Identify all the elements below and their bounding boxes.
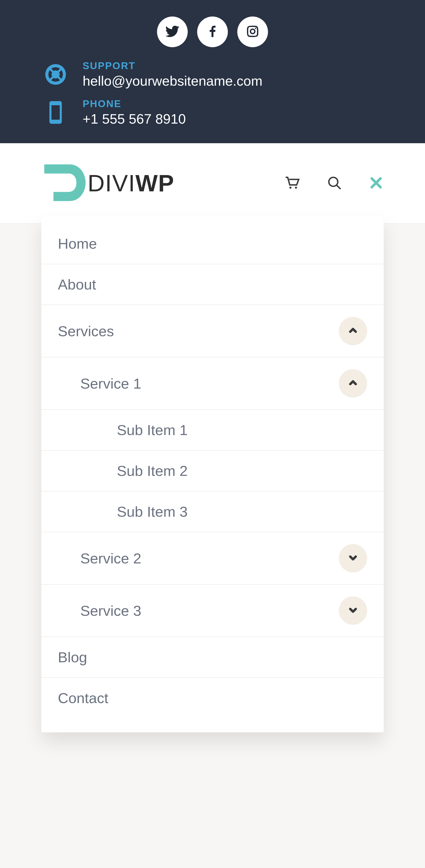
top-bar: SUPPORT hello@yourwebsitename.com PHONE …: [0, 0, 425, 143]
support-block: SUPPORT hello@yourwebsitename.com: [41, 60, 384, 89]
header: DIVIWP: [0, 143, 425, 223]
nav-service-1[interactable]: Service 1: [80, 375, 141, 392]
nav-about[interactable]: About: [58, 276, 96, 293]
service-2-toggle[interactable]: [339, 544, 367, 572]
support-value: hello@yourwebsitename.com: [83, 73, 262, 89]
chevron-down-icon: [348, 553, 358, 563]
chevron-down-icon: [348, 606, 358, 616]
support-label: SUPPORT: [83, 60, 262, 71]
nav-contact[interactable]: Contact: [58, 690, 108, 706]
service-1-toggle[interactable]: [339, 369, 367, 398]
service-3-toggle[interactable]: [339, 596, 367, 625]
svg-point-2: [329, 177, 338, 186]
instagram-button[interactable]: [237, 17, 268, 47]
mobile-menu-panel: Home About Services Service 1: [41, 216, 384, 732]
facebook-icon: [205, 24, 220, 40]
phone-label: PHONE: [83, 98, 186, 110]
nav-home[interactable]: Home: [58, 235, 97, 252]
nav-service-3[interactable]: Service 3: [80, 602, 141, 619]
social-row: [41, 17, 384, 47]
nav-service-2[interactable]: Service 2: [80, 550, 141, 567]
facebook-button[interactable]: [197, 17, 228, 47]
phone-block: PHONE +1 555 567 8910: [41, 98, 384, 127]
menu-close-button[interactable]: [369, 175, 384, 191]
svg-point-1: [295, 187, 297, 189]
logo-mark-icon: [41, 162, 88, 204]
nav-sub-item-2[interactable]: Sub Item 2: [117, 462, 188, 479]
search-icon: [326, 188, 343, 192]
lifebuoy-icon: [41, 62, 69, 87]
instagram-icon: [245, 24, 260, 40]
twitter-button[interactable]: [157, 17, 188, 47]
nav-services[interactable]: Services: [58, 323, 114, 340]
svg-point-0: [289, 187, 291, 189]
nav-blog[interactable]: Blog: [58, 649, 87, 665]
chevron-up-icon: [348, 326, 358, 336]
nav-sub-item-1[interactable]: Sub Item 1: [117, 422, 188, 438]
services-toggle[interactable]: [339, 317, 367, 345]
logo[interactable]: DIVIWP: [41, 162, 174, 204]
phone-icon: [41, 100, 69, 125]
search-button[interactable]: [326, 175, 343, 192]
cart-button[interactable]: [284, 175, 300, 192]
phone-value: +1 555 567 8910: [83, 111, 186, 127]
cart-icon: [284, 188, 300, 192]
close-icon: [369, 187, 384, 191]
twitter-icon: [165, 24, 180, 40]
logo-text: DIVIWP: [88, 169, 174, 197]
svg-line-3: [337, 185, 340, 189]
nav-sub-item-3[interactable]: Sub Item 3: [117, 503, 188, 520]
chevron-up-icon: [348, 378, 358, 389]
